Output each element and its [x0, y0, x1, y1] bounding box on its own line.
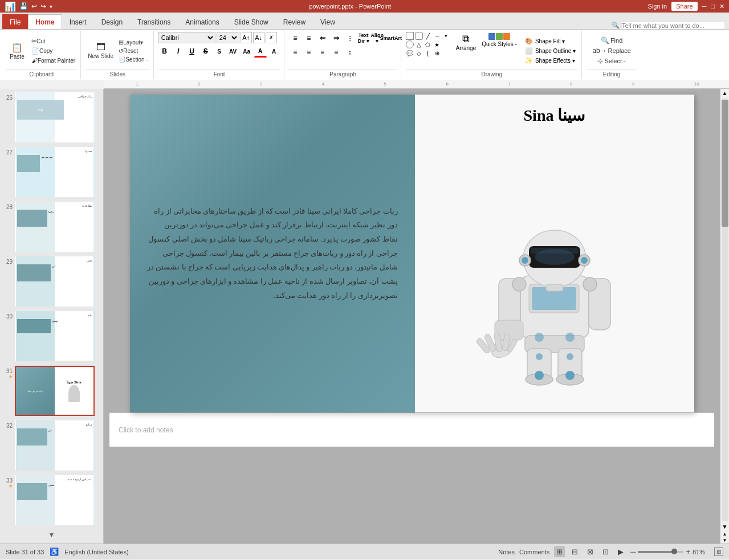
tab-review[interactable]: Review	[276, 14, 313, 29]
slide-body-text[interactable]: ربات جراحی کاملا ایرانی سینا قادر است که…	[147, 205, 398, 303]
paste-button[interactable]: 📋 Paste	[6, 41, 28, 61]
comments-button[interactable]: Comments	[519, 549, 549, 555]
tab-view[interactable]: View	[313, 14, 343, 29]
scroll-arrow-1[interactable]: ▲	[722, 531, 728, 537]
shape-triangle[interactable]: △	[415, 40, 423, 48]
underline-button[interactable]: U	[186, 45, 198, 58]
shape-star[interactable]: ★	[433, 40, 441, 48]
shadow-button[interactable]: S	[213, 45, 226, 58]
format-painter-button[interactable]: 🖌 Format Painter	[30, 56, 77, 64]
slide-thumb-27[interactable]: 27 محتوا متن متن متن	[2, 146, 101, 198]
section-button[interactable]: 📑 Section -	[117, 56, 149, 63]
copy-button[interactable]: 📄 Copy	[30, 47, 77, 55]
shape-pentagon[interactable]: ⬠	[424, 40, 432, 48]
tab-animations[interactable]: Animations	[178, 14, 226, 29]
reset-button[interactable]: ↺ Reset	[117, 47, 149, 55]
find-button[interactable]: 🔍 Find	[599, 36, 624, 45]
new-slide-button[interactable]: 🗔 New Slide	[85, 41, 116, 60]
font-color-button[interactable]: A	[254, 45, 267, 58]
notes-area[interactable]: Click to add notes	[109, 412, 714, 447]
replace-button[interactable]: ab→ Replace	[590, 46, 633, 55]
tab-transitions[interactable]: Transitions	[130, 14, 178, 29]
view-reading-button[interactable]: ⊡	[600, 546, 611, 557]
zoom-in-icon[interactable]: +	[686, 547, 690, 556]
slide-thumb-28[interactable]: 28 اطلاعات محتوا	[2, 201, 101, 253]
shape-effects-button[interactable]: ✨ Shape Effects ▾	[523, 56, 578, 65]
fit-slide-button[interactable]: ⊞	[714, 547, 723, 556]
columns-button[interactable]: ⋮	[344, 32, 356, 44]
share-button[interactable]: Share	[671, 2, 697, 11]
align-right-button[interactable]: ≡	[316, 46, 329, 59]
tab-file[interactable]: File	[2, 14, 28, 29]
font-size-select[interactable]: 24	[217, 32, 239, 43]
shape-rect[interactable]	[406, 32, 414, 40]
text-direction-button[interactable]: Text Dir ▾	[357, 32, 370, 44]
tab-insert[interactable]: Insert	[62, 14, 94, 29]
language[interactable]: English (United States)	[64, 549, 129, 555]
zoom-slider[interactable]	[638, 551, 683, 553]
scroll-arrow-2[interactable]: ▼	[722, 537, 728, 543]
slide-title[interactable]: سینا Sina	[524, 106, 585, 125]
shape-fill-button[interactable]: 🎨 Shape Fill ▾	[523, 37, 578, 46]
clear-format-button[interactable]: ✗	[266, 32, 277, 43]
tab-design[interactable]: Design	[94, 14, 130, 29]
scroll-up-button[interactable]: ▲	[721, 89, 729, 97]
quick-access-redo[interactable]: ↪	[40, 2, 46, 10]
notes-button[interactable]: Notes	[498, 549, 515, 555]
increase-font-button[interactable]: A↑	[241, 32, 252, 43]
view-presenter-button[interactable]: ▶	[616, 546, 626, 557]
numbering-button[interactable]: ≡	[303, 32, 315, 44]
right-scrollbar[interactable]: ▲ ▼ ▲ ▼	[720, 89, 729, 543]
quick-styles-button[interactable]: Quick Styles -	[479, 32, 519, 70]
shape-more[interactable]: ▾	[442, 32, 450, 40]
smartart-button[interactable]: SmartArt	[385, 32, 397, 44]
shape-callout[interactable]: 💬	[406, 49, 414, 57]
close-button[interactable]: ✕	[719, 3, 724, 10]
tab-home[interactable]: Home	[28, 14, 62, 29]
zoom-control[interactable]: ─ + 81%	[630, 547, 710, 556]
decrease-font-button[interactable]: A↓	[253, 32, 264, 43]
view-outline-button[interactable]: ⊟	[569, 546, 580, 557]
accessibility-icon[interactable]: ♿	[50, 547, 59, 556]
shape-arrow[interactable]: →	[433, 32, 441, 40]
maximize-button[interactable]: □	[711, 3, 715, 10]
slide-right-panel[interactable]: سینا Sina	[415, 95, 694, 412]
view-slide-sorter-button[interactable]: ⊠	[585, 546, 596, 557]
zoom-level[interactable]: 81%	[693, 549, 710, 555]
slide-thumb-33[interactable]: 33 با سپاس از توجه شما ممنون	[2, 474, 101, 526]
line-spacing-button[interactable]: ↕	[344, 46, 356, 59]
decrease-indent-button[interactable]: ⇐	[316, 32, 329, 44]
quick-access-undo[interactable]: ↩	[31, 2, 37, 10]
slide-left-panel[interactable]: ربات جراحی کاملا ایرانی سینا قادر است که…	[130, 95, 415, 412]
select-button[interactable]: ⊹ Select -	[596, 56, 627, 66]
increase-indent-button[interactable]: ⇒	[330, 32, 343, 44]
center-button[interactable]: ≡	[303, 46, 315, 59]
layout-button[interactable]: ⊞ Layout ▾	[117, 39, 149, 46]
bullets-button[interactable]: ≡	[289, 32, 302, 44]
align-left-button[interactable]: ≡	[289, 46, 302, 59]
uppercase-button[interactable]: Aa	[241, 45, 253, 58]
strikethrough-button[interactable]: S	[199, 45, 212, 58]
slide-container[interactable]: ربات جراحی کاملا ایرانی سینا قادر است که…	[130, 95, 694, 412]
scroll-down-button[interactable]: ▼	[721, 522, 729, 531]
shape-rounded[interactable]	[415, 32, 423, 40]
shape-line[interactable]: ╱	[424, 32, 432, 40]
tell-me-input[interactable]	[622, 22, 724, 29]
quick-access-save[interactable]: 💾	[19, 2, 28, 10]
shape-brace[interactable]: {	[424, 49, 432, 57]
zoom-out-icon[interactable]: ─	[630, 547, 636, 556]
slide-thumb-32[interactable]: 32 منابع متن	[2, 419, 101, 472]
notes-placeholder[interactable]: Click to add notes	[119, 426, 173, 434]
minimize-button[interactable]: ─	[702, 3, 707, 10]
shape-extra[interactable]: ⊕	[433, 49, 441, 57]
font-family-select[interactable]: Calibri	[158, 32, 215, 43]
shape-outline-button[interactable]: ⬜ Shape Outline ▾	[523, 47, 578, 55]
arrange-button[interactable]: ⧉ Arrange	[454, 32, 479, 70]
slide-thumb-30[interactable]: 30 داده توضیح	[2, 310, 101, 362]
tab-slideshow[interactable]: Slide Show	[227, 14, 276, 29]
view-normal-button[interactable]: ⊞	[554, 546, 565, 557]
justify-button[interactable]: ≡	[330, 46, 343, 59]
slide-thumb-26[interactable]: 26 ربات جراحی img	[2, 91, 101, 144]
cut-button[interactable]: ✂ Cut	[30, 37, 77, 46]
slide-thumb-31[interactable]: 31 ربات جراحی سینا سینا Sina	[2, 365, 101, 417]
